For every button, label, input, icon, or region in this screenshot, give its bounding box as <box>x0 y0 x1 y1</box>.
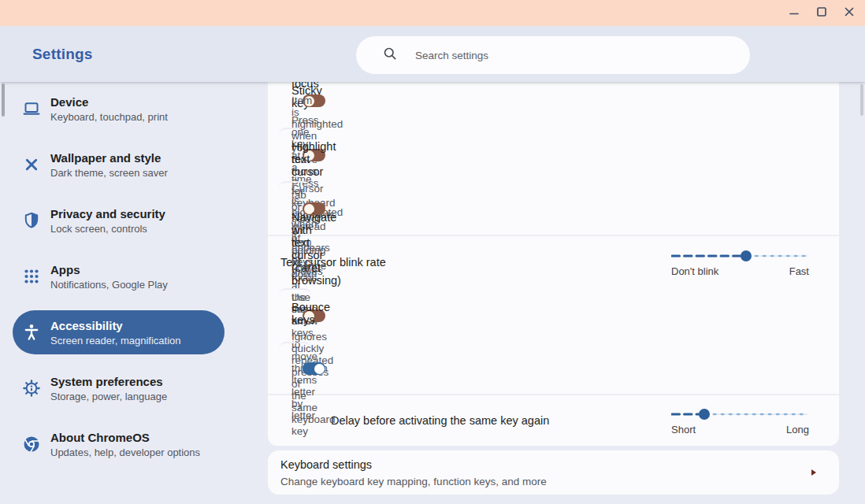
sidebar-item-label: Privacy and security <box>50 207 165 220</box>
search-bar[interactable] <box>356 36 750 74</box>
sidebar-item-label: System preferences <box>50 375 167 388</box>
sidebar-item-sublabel: Screen reader, magnification <box>50 335 180 346</box>
sidebar-item-label: Accessibility <box>50 319 180 332</box>
sidebar-item-privacy[interactable]: Privacy and securityLock screen, control… <box>13 198 225 243</box>
window-title-bar <box>0 0 865 26</box>
maximize-icon <box>816 6 827 20</box>
minimize-icon <box>789 6 800 20</box>
slider-max-label: Fast <box>789 265 809 277</box>
sidebar-item-label: About ChromeOS <box>50 431 200 444</box>
slider-min-label: Don't blink <box>671 265 718 277</box>
page-title: Settings <box>32 46 93 63</box>
search-input[interactable] <box>415 50 715 61</box>
settings-card: Sticky keysPress one key at a time for k… <box>268 82 839 446</box>
sidebar-item-sublabel: Notifications, Google Play <box>50 279 168 291</box>
sidebar-item-system-preferences[interactable]: System preferencesStorage, power, langua… <box>13 366 225 410</box>
gear-icon <box>22 379 41 398</box>
close-button[interactable] <box>843 7 856 20</box>
sidebar-scrollbar-thumb[interactable] <box>2 83 5 117</box>
chromeos-logo-icon <box>22 435 41 454</box>
accessibility-person-icon <box>22 323 41 342</box>
sidebar-item-wallpaper[interactable]: Wallpaper and styleDark theme, screen sa… <box>13 143 225 187</box>
laptop-icon <box>22 99 41 118</box>
shield-icon <box>22 211 41 230</box>
sidebar-item-label: Device <box>50 95 168 109</box>
search-icon <box>382 46 398 65</box>
setting-row-text-cursor-blink-rate: Text cursor blink rateDon't blinkFast <box>268 235 839 288</box>
minimize-button[interactable] <box>788 7 800 20</box>
toggle-thumb <box>314 364 325 374</box>
sidebar-item-sublabel: Lock screen, controls <box>50 223 165 235</box>
maximize-button[interactable] <box>815 7 828 20</box>
sidebar-item-about-chromeos[interactable]: About ChromeOSUpdates, help, developer o… <box>13 422 225 466</box>
setting-row-delay-before-activating-the-same-key-again: Delay before activating the same key aga… <box>268 394 839 446</box>
wallpaper-style-icon <box>22 155 41 174</box>
slider-max-label: Long <box>786 424 809 435</box>
setting-title: Delay before activating the same key aga… <box>331 414 671 427</box>
slider-text-cursor-blink-rate[interactable]: Don't blinkFast <box>671 249 809 277</box>
sidebar-item-label: Wallpaper and style <box>50 151 168 165</box>
setting-row-bounce-keys: Bounce keysIgnores quickly repeated pres… <box>279 342 311 394</box>
sidebar-item-sublabel: Keyboard, touchpad, print <box>50 111 168 123</box>
keyboard-settings-card: Keyboard settingsChange keyboard key map… <box>268 450 839 495</box>
apps-grid-icon <box>22 267 41 286</box>
close-icon <box>844 6 855 20</box>
sidebar-item-sublabel: Updates, help, developer options <box>50 447 200 458</box>
setting-row-keyboard-settings[interactable]: Keyboard settingsChange keyboard key map… <box>268 450 839 495</box>
slider-min-label: Short <box>671 424 696 435</box>
content-scrollbar-thumb[interactable] <box>860 84 863 116</box>
sidebar-item-label: Apps <box>50 263 168 276</box>
chevron-right-icon <box>811 469 816 476</box>
setting-subtitle: Change keyboard key mapping, function ke… <box>280 476 811 487</box>
toggle-bounce-keys[interactable] <box>303 362 325 375</box>
slider-delay-before-activating-the-same-key-again[interactable]: ShortLong <box>671 407 809 435</box>
sidebar-nav: DeviceKeyboard, touchpad, printWallpaper… <box>0 82 268 504</box>
sidebar-item-accessibility[interactable]: AccessibilityScreen reader, magnificatio… <box>13 310 225 354</box>
app-header: Settings <box>0 26 865 82</box>
sidebar-item-device[interactable]: DeviceKeyboard, touchpad, print <box>13 87 225 131</box>
sidebar-item-sublabel: Dark theme, screen saver <box>50 167 168 179</box>
settings-content: Sticky keysPress one key at a time for k… <box>268 82 839 495</box>
sidebar-item-sublabel: Storage, power, language <box>50 391 167 402</box>
setting-title: Keyboard settings <box>280 458 811 471</box>
sidebar-item-apps[interactable]: AppsNotifications, Google Play <box>13 254 225 298</box>
setting-title: Text cursor blink rate <box>280 256 671 269</box>
